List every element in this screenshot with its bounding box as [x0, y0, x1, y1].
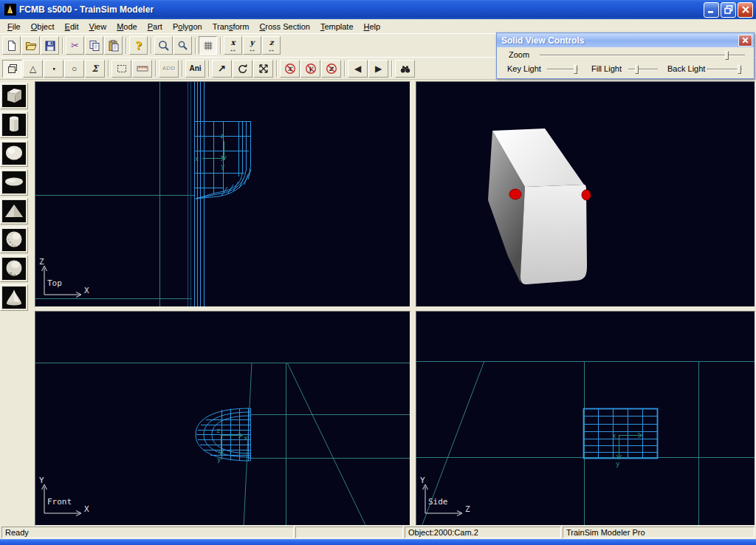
viewport-front[interactable]: z x y Y X Front	[35, 311, 410, 526]
add-icon: ADD	[162, 65, 175, 72]
window-title: FCMB s5000 - TrainSim Modeler	[19, 4, 704, 15]
help-button[interactable]: ?	[129, 36, 148, 55]
cone-icon	[3, 286, 25, 310]
svg-text:y: y	[221, 162, 225, 170]
app-icon[interactable]	[4, 4, 16, 16]
new-icon	[6, 40, 18, 52]
primitive-hemisphere-button[interactable]	[0, 256, 28, 282]
menu-item-object[interactable]: Object	[26, 21, 60, 32]
find-button[interactable]	[395, 60, 415, 78]
copy-button[interactable]	[85, 36, 103, 55]
status-panel-2	[295, 527, 403, 538]
back-light-slider[interactable]	[707, 65, 742, 74]
key-light-slider-thumb[interactable]	[574, 65, 577, 74]
grid-icon	[202, 40, 214, 52]
menu-item-transform[interactable]: Transform	[207, 21, 255, 32]
lock-x-button[interactable]: x	[280, 60, 300, 78]
move-tool-button[interactable]: ↗	[212, 60, 232, 78]
add-button[interactable]: ADD	[159, 60, 179, 78]
geosphere2-icon	[3, 257, 25, 281]
cut-button[interactable]: ✂	[66, 36, 84, 55]
prev-button[interactable]: ◀	[348, 60, 368, 78]
viewport-side[interactable]: x y Y Z Side	[416, 311, 755, 526]
toolbar-separator	[208, 61, 210, 77]
new-button[interactable]	[2, 36, 21, 55]
no-y-icon: y	[305, 63, 317, 75]
svg-text:x: x	[244, 434, 248, 442]
svg-text:z: z	[216, 427, 220, 434]
move-tool-icon: ↗	[218, 64, 226, 73]
menu-item-part[interactable]: Part	[142, 21, 168, 32]
titlebar[interactable]: FCMB s5000 - TrainSim Modeler	[0, 0, 756, 19]
scale-tool-button[interactable]	[253, 60, 273, 78]
menu-item-mode[interactable]: Mode	[111, 21, 142, 32]
svg-text:y: y	[616, 460, 620, 467]
solid-view-controls-dialog[interactable]: Solid View Controls Zoom Key Light Fill …	[496, 32, 755, 79]
zoom-slider-thumb[interactable]	[725, 51, 729, 60]
viewport-perspective[interactable]	[416, 81, 755, 307]
restore-button[interactable]	[721, 2, 736, 18]
next-button[interactable]: ▶	[368, 60, 388, 78]
ruler-button[interactable]	[132, 60, 152, 78]
x-axis-button[interactable]: x↔	[224, 36, 242, 55]
fill-light-slider-thumb[interactable]	[635, 65, 639, 74]
key-light-slider[interactable]	[547, 65, 578, 74]
primitive-pyramid-button[interactable]	[0, 198, 28, 224]
menu-item-template[interactable]: Template	[315, 21, 359, 32]
rotate-tool-button[interactable]	[233, 60, 252, 78]
primitive-cone-button[interactable]	[0, 284, 28, 311]
close-button[interactable]	[738, 2, 753, 18]
y-axis-button[interactable]: y↔	[243, 36, 261, 55]
circle-tool-icon: ○	[72, 64, 77, 73]
zoom-slider[interactable]	[540, 51, 745, 60]
circle-tool-button[interactable]: ○	[64, 60, 84, 78]
primitive-cylinder-button[interactable]	[0, 112, 28, 138]
geosphere-icon	[3, 228, 25, 253]
menu-item-edit[interactable]: Edit	[60, 21, 84, 32]
menu-item-polygon[interactable]: Polygon	[168, 21, 207, 32]
status-edition: TrainSim Modeler Pro	[563, 527, 755, 538]
lock-y-button[interactable]: y	[300, 60, 320, 78]
zoom-out-button[interactable]	[173, 36, 192, 55]
open-button[interactable]	[21, 36, 40, 55]
z-axis-button[interactable]: z↔	[262, 36, 281, 55]
back-light-slider-thumb[interactable]	[738, 65, 741, 74]
sphere-icon	[3, 142, 25, 166]
toolbar-separator	[195, 38, 196, 54]
viewport-top[interactable]: z x y Z X Top	[35, 81, 410, 307]
primitive-box-button[interactable]	[0, 83, 28, 109]
animate-button[interactable]: Ani	[185, 60, 205, 78]
dialog-close-button[interactable]	[738, 35, 752, 47]
dialog-title: Solid View Controls	[501, 35, 738, 46]
svg-text:y: y	[217, 456, 221, 463]
toolbar-separator	[344, 61, 346, 77]
grid-toggle-button[interactable]	[199, 36, 217, 55]
help-icon: ?	[135, 40, 141, 52]
dot-icon	[48, 63, 60, 75]
minimize-button[interactable]	[704, 2, 719, 18]
primitive-sphere-button[interactable]	[0, 140, 28, 167]
menu-item-file[interactable]: File	[2, 21, 26, 32]
menu-item-help[interactable]: Help	[359, 21, 386, 32]
point-tool-button[interactable]	[44, 60, 63, 78]
menu-item-cross-section[interactable]: Cross Section	[254, 21, 315, 32]
spline-tool-button[interactable]: Σ	[85, 60, 105, 78]
toolbar-separator	[182, 61, 183, 77]
status-message: Ready	[1, 527, 294, 538]
fill-light-slider[interactable]	[628, 65, 658, 74]
zoom-in-button[interactable]	[154, 36, 173, 55]
menu-item-view[interactable]: View	[84, 21, 112, 32]
paste-button[interactable]	[104, 36, 123, 55]
solid-object-render	[416, 82, 755, 307]
save-button[interactable]	[41, 36, 59, 55]
axis-gizmo-top: Z X Top	[37, 259, 111, 305]
primitive-geosphere-button[interactable]	[0, 227, 28, 253]
box-tool-button[interactable]	[2, 60, 22, 78]
triangle-tool-button[interactable]: △	[23, 60, 43, 78]
lock-z-button[interactable]: z	[321, 60, 341, 78]
dialog-titlebar[interactable]: Solid View Controls	[497, 33, 754, 47]
svg-text:x: x	[612, 432, 616, 439]
viewport-label-front: Front	[47, 497, 72, 507]
select-rect-button[interactable]	[111, 60, 131, 78]
primitive-ellipsoid-button[interactable]	[0, 169, 28, 196]
